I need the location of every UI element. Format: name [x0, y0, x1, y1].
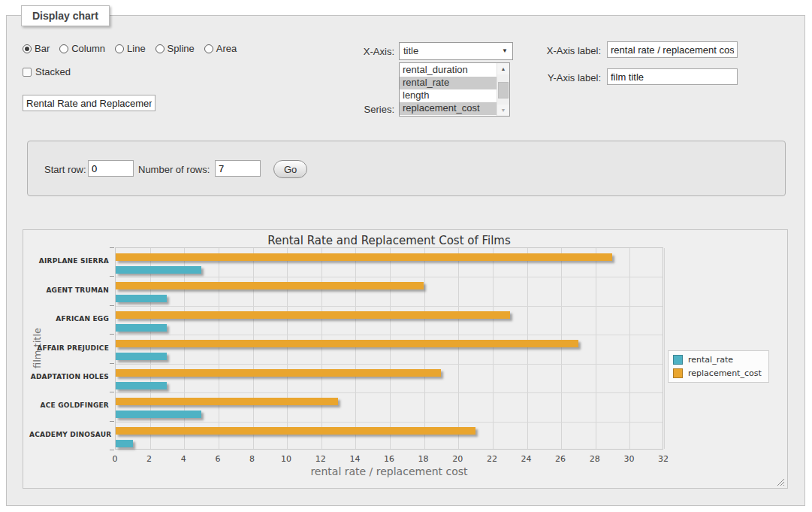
start-row-label: Start row: [44, 164, 86, 175]
gridline-horizontal [116, 306, 663, 307]
x-axis-tick-label: 20 [452, 454, 463, 464]
chart-type-bar[interactable]: Bar [23, 43, 50, 54]
x-axis-tick-label: 8 [249, 454, 255, 464]
legend-swatch [673, 368, 683, 378]
gridline-vertical [596, 248, 596, 449]
stacked-label: Stacked [35, 66, 71, 77]
x-axis-tick-label: 18 [418, 454, 429, 464]
x-axis-select[interactable]: title ▼ [399, 42, 513, 60]
x-axis-tick-label: 12 [315, 454, 326, 464]
scroll-down-icon[interactable]: ▼ [497, 105, 509, 116]
legend-label: rental_rate [688, 355, 733, 365]
page: Display chart BarColumnLineSplineArea St… [0, 0, 812, 512]
gridline-vertical [253, 248, 254, 449]
bar-replacement_cost [116, 427, 475, 435]
resize-handle[interactable] [777, 477, 785, 486]
gridline-vertical [493, 248, 494, 449]
series-list-scrollbar[interactable]: ▲ ▼ [497, 63, 509, 116]
category-label: ADAPTATION HOLES [29, 373, 109, 380]
radio-icon[interactable] [23, 44, 32, 53]
x-axis-tick-label: 14 [349, 454, 360, 464]
bar-replacement_cost [116, 282, 424, 289]
series-option-rental_rate[interactable]: rental_rate [400, 77, 497, 89]
category-label: AFRICAN EGG [29, 315, 109, 323]
chart-type-column[interactable]: Column [59, 43, 105, 54]
scrollbar-track[interactable] [497, 74, 509, 105]
chart-plot-title: Rental Rate and Replacement Cost of Film… [115, 234, 663, 247]
gridline-vertical [355, 248, 356, 449]
bar-replacement_cost [116, 253, 612, 261]
chart-type-radio-group: BarColumnLineSplineArea [23, 43, 237, 54]
chart-title-input[interactable] [23, 95, 155, 111]
x-axis-tick-label: 2 [146, 454, 152, 464]
series-option-rental_duration[interactable]: rental_duration [400, 64, 497, 77]
scroll-up-icon[interactable]: ▲ [497, 63, 509, 74]
gridline-vertical [458, 248, 459, 449]
category-label: AIRPLANE SIERRA [29, 257, 109, 265]
series-option-replacement_cost[interactable]: replacement_cost [400, 102, 497, 115]
go-button[interactable]: Go [273, 160, 307, 178]
radio-icon[interactable] [155, 44, 165, 53]
radio-icon[interactable] [115, 44, 124, 53]
x-axis-label-input[interactable] [607, 41, 738, 58]
x-axis-select-value: title [403, 45, 418, 56]
gridline-vertical [184, 248, 185, 449]
bar-rental_rate [116, 411, 201, 418]
x-axis-tick-label: 16 [384, 454, 394, 464]
category-label: AGENT TRUMAN [29, 286, 109, 294]
y-axis-label-label: Y-Axis label: [515, 72, 601, 83]
bar-rental_rate [116, 440, 133, 447]
x-axis-label-label: X-Axis label: [515, 45, 601, 56]
y-axis-label-input[interactable] [607, 68, 738, 85]
chart-type-spline[interactable]: Spline [155, 43, 195, 54]
gridline-horizontal [116, 335, 663, 335]
y-axis-tick [110, 276, 114, 277]
y-axis-tick [110, 334, 114, 335]
stacked-checkbox-row[interactable]: Stacked [23, 66, 71, 77]
bar-replacement_cost [116, 369, 441, 377]
x-axis-tick-label: 30 [623, 454, 634, 464]
series-option-length[interactable]: length [400, 89, 497, 102]
stacked-checkbox[interactable] [23, 68, 32, 77]
chart-type-line[interactable]: Line [115, 43, 146, 54]
chart-type-label: Spline [168, 43, 195, 54]
bar-rental_rate [116, 266, 201, 274]
chart-x-axis-title: rental rate / replacement cost [115, 465, 663, 477]
y-axis-tick [110, 363, 114, 364]
number-of-rows-label: Number of rows: [138, 164, 210, 175]
rows-panel: Start row: Number of rows: Go [27, 141, 786, 196]
x-axis-tick-label: 26 [555, 454, 566, 464]
x-axis-tick-label: 6 [215, 454, 220, 464]
gridline-vertical [664, 248, 665, 449]
number-of-rows-input[interactable] [215, 160, 261, 177]
y-axis-tick [110, 392, 114, 392]
gridline-vertical [321, 248, 322, 449]
bar-replacement_cost [116, 311, 510, 319]
legend-swatch [673, 355, 683, 365]
plot-area [115, 247, 663, 450]
x-axis-tick-label: 0 [113, 454, 118, 464]
x-axis-tick-label: 32 [658, 454, 669, 464]
gridline-horizontal [116, 277, 663, 277]
gridline-horizontal [116, 392, 663, 393]
legend-label: replacement_cost [688, 368, 762, 378]
scrollbar-thumb[interactable] [498, 82, 509, 98]
gridline-vertical [287, 248, 288, 449]
x-axis-tick-label: 22 [487, 454, 497, 464]
start-row-input[interactable] [88, 160, 134, 177]
category-label: AFFAIR PREJUDICE [29, 344, 109, 352]
series-multiselect[interactable]: rental_durationrental_ratelengthreplacem… [399, 62, 510, 117]
legend-entry-replacement_cost: replacement_cost [673, 368, 762, 378]
bar-replacement_cost [116, 340, 578, 347]
y-axis-tick [110, 247, 114, 248]
chart-type-label: Line [127, 43, 146, 54]
gridline-vertical [390, 248, 391, 449]
radio-icon[interactable] [59, 44, 68, 53]
bar-replacement_cost [116, 398, 338, 405]
radio-icon[interactable] [204, 44, 213, 53]
category-label: ACE GOLDFINGER [29, 401, 109, 409]
gridline-horizontal [116, 422, 663, 423]
chevron-down-icon: ▼ [502, 48, 508, 54]
chart-type-area[interactable]: Area [204, 43, 237, 54]
chart: Rental Rate and Replacement Cost of Film… [23, 229, 788, 489]
